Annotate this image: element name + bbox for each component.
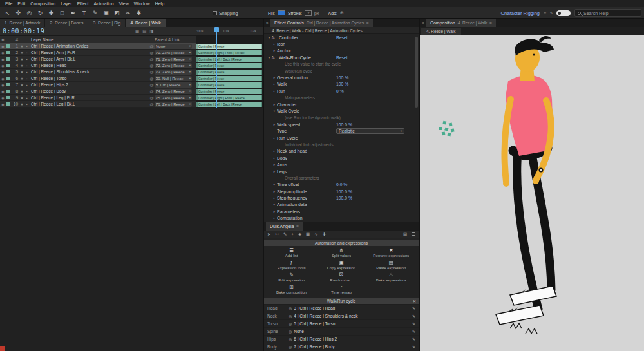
target-icon[interactable]: ◎ (289, 345, 292, 349)
effect-property-row[interactable]: ▸ fx Walk speed 100.0 % 100.0 % ▾ (264, 121, 419, 128)
twirl-icon[interactable]: ▸ (272, 137, 277, 140)
menu-item[interactable]: View (117, 1, 131, 6)
twirl-icon[interactable]: ▸ (272, 183, 277, 186)
parent-dropdown[interactable]: 75. Zero | Reece ▾ (155, 95, 192, 100)
switch-icon[interactable]: ▪ (24, 102, 30, 106)
limb-link-row[interactable]: Torso ◎ 5 | Ctrl | Reece | Torso ✎ (264, 319, 419, 327)
limb-link-row[interactable]: Head ◎ 3 | Ctrl | Reece | Head ✎ (264, 304, 419, 312)
duik-tool-icon[interactable]: ⌖ (291, 232, 294, 237)
twirl-icon[interactable]: ▸ (272, 149, 277, 153)
layer-duration-bar[interactable]: Controller | Reece (196, 63, 262, 68)
linked-layer[interactable]: None (294, 329, 410, 334)
target-icon[interactable]: ◎ (289, 337, 292, 341)
twirl-icon[interactable]: ▾ (267, 36, 272, 39)
label-color-chip[interactable] (6, 69, 11, 75)
twirl-icon[interactable]: ▾ (272, 109, 277, 113)
property-value[interactable]: 100 % (336, 75, 348, 80)
shy-icon[interactable]: ★ (19, 77, 24, 81)
stroke-swatch[interactable]: ? (305, 10, 312, 16)
duik-button[interactable]: ƒ Expression tools (267, 260, 316, 270)
visibility-toggle[interactable]: ◉ (0, 57, 6, 61)
parent-dropdown[interactable]: 8. Ctrl | Reece ▾ (155, 82, 192, 88)
fill-swatch[interactable] (278, 10, 285, 15)
label-color-chip[interactable] (6, 56, 11, 62)
type-dropdown[interactable]: Realistic ▾ (336, 128, 404, 134)
target-icon[interactable]: ◎ (289, 306, 292, 310)
layer-name[interactable]: Ctrl | Reece | Shoulders & neck (30, 70, 149, 74)
duik-tool-icon[interactable]: ∿ (314, 232, 317, 237)
pickwhip-icon[interactable]: @ (149, 44, 155, 48)
timeline-tab[interactable]: 1. Reece | Artwork (0, 19, 44, 27)
scrollbar[interactable] (415, 37, 418, 108)
tool-icon[interactable]: ✂ (124, 10, 131, 16)
parent-dropdown[interactable]: 72. Zero | Reece ▾ (155, 63, 192, 68)
tool-icon[interactable]: ↖ (4, 10, 11, 16)
timeline-option-icon[interactable]: ◨ (149, 29, 153, 34)
duik-tool-icon[interactable]: ✎ (283, 232, 287, 237)
tab-composition[interactable]: Composition 4. Reece | Walk ≡ (426, 19, 496, 27)
label-color-chip[interactable] (6, 50, 11, 56)
layer-row[interactable]: ◉ 1 ★ ▪ Ctrl | Reece | Animation Cycles … (0, 43, 263, 50)
visibility-toggle[interactable]: ◉ (0, 77, 6, 81)
property-value[interactable]: 0.0 % (336, 182, 347, 187)
visibility-toggle[interactable]: ◉ (0, 64, 6, 68)
twirl-icon[interactable]: ▸ (272, 123, 277, 126)
linked-layer[interactable]: 7 | Ctrl | Reece | Body (294, 345, 410, 349)
duik-button[interactable]: ▣ Copy expression (316, 260, 366, 270)
effect-property-row[interactable]: ▸ fx Anchor ▾ (264, 48, 419, 54)
snapping-checkbox[interactable] (213, 11, 217, 15)
layer-row[interactable]: ◉ 8 ★ ▪ Ctrl | Reece | Body @ 74. Zero |… (0, 88, 263, 95)
duik-tool-icon[interactable]: ▤ (403, 232, 407, 237)
edit-pencil-icon[interactable]: ✎ (412, 345, 415, 349)
layer-track[interactable]: Controller | Reece (196, 43, 263, 50)
pickwhip-icon[interactable]: @ (149, 83, 155, 87)
duik-button[interactable]: ⚄ Randomize... (316, 272, 366, 283)
tool-icon[interactable]: ✎ (91, 10, 99, 16)
tool-icon[interactable]: □ (59, 10, 66, 16)
tool-icon[interactable]: ↻ (37, 10, 44, 16)
twirl-icon[interactable]: ▸ (272, 157, 277, 160)
effect-property-row[interactable]: fx (use Run for the dynamic walk) ▾ (264, 115, 419, 121)
property-value[interactable]: 100.0 % (336, 196, 352, 200)
twirl-icon[interactable]: ▸ (272, 203, 277, 206)
menu-item[interactable]: Composition (28, 1, 58, 6)
snapping-control[interactable]: Snapping (213, 7, 238, 19)
layer-track[interactable]: Controller | Reece (196, 88, 263, 95)
menu-item[interactable]: Effect (75, 1, 91, 6)
layer-track[interactable]: Controller | Right | Front | Reece (196, 50, 263, 56)
duik-tool-icon[interactable]: ➤ (267, 232, 270, 237)
duik-button[interactable]: ⋔ Split values (316, 247, 366, 258)
effect-property-row[interactable]: ▸ fx Time offset 0.0 % 0.0 % ▾ (264, 182, 419, 188)
layer-row[interactable]: ◉ 5 ★ ▪ Ctrl | Reece | Shoulders & neck … (0, 69, 263, 75)
layer-row[interactable]: ◉ 7 ★ ▪ Ctrl | Reece | Hips 2 @ 8. Ctrl … (0, 82, 263, 88)
pickwhip-icon[interactable]: @ (149, 64, 155, 68)
effect-property-row[interactable]: ▸ fx Animation data ▾ (264, 202, 419, 208)
property-value[interactable]: 100.0 % (336, 189, 352, 194)
menu-item[interactable]: Help (153, 1, 167, 6)
parent-dropdown[interactable]: 71. Zero | Reece ▾ (155, 57, 192, 62)
limb-link-row[interactable]: Neck ◎ 4 | Ctrl | Reece | Shoulders & ne… (264, 312, 419, 319)
limb-link-row[interactable]: Body ◎ 7 | Ctrl | Reece | Body ✎ (264, 343, 419, 350)
shy-icon[interactable]: ★ (19, 57, 24, 61)
shy-icon[interactable]: ★ (19, 102, 24, 106)
shy-icon[interactable]: ★ (19, 90, 24, 93)
workspace-menu-icon[interactable]: ≡ (544, 11, 546, 15)
pickwhip-icon[interactable]: @ (149, 57, 155, 61)
layer-track[interactable]: Controller | Reece (196, 82, 263, 88)
layer-duration-bar[interactable]: Controller | Reece (196, 70, 262, 75)
visibility-toggle[interactable]: ◉ (0, 83, 6, 87)
edit-pencil-icon[interactable]: ✎ (412, 321, 415, 326)
twirl-icon[interactable]: ▸ (272, 76, 277, 79)
label-color-chip[interactable] (6, 101, 11, 108)
layer-name[interactable]: Ctrl | Reece | Arm | Fr.R (30, 50, 149, 55)
layer-row[interactable]: ◉ 9 ★ ▪ Ctrl | Reece | Leg | Fr.R @ 75. … (0, 95, 263, 101)
effect-property-row[interactable]: fx Walk/Run cycle ▾ (264, 68, 419, 74)
label-color-chip[interactable] (6, 75, 11, 82)
toggle-switch[interactable] (556, 10, 571, 16)
switch-icon[interactable]: ▪ (24, 90, 30, 93)
twirl-icon[interactable]: ▸ (272, 216, 277, 220)
duik-tool-icon[interactable]: ✂ (275, 232, 278, 237)
pickwhip-icon[interactable]: @ (149, 96, 155, 100)
panel-overflow-icon[interactable]: » (422, 21, 424, 25)
shy-icon[interactable]: ★ (19, 96, 24, 100)
